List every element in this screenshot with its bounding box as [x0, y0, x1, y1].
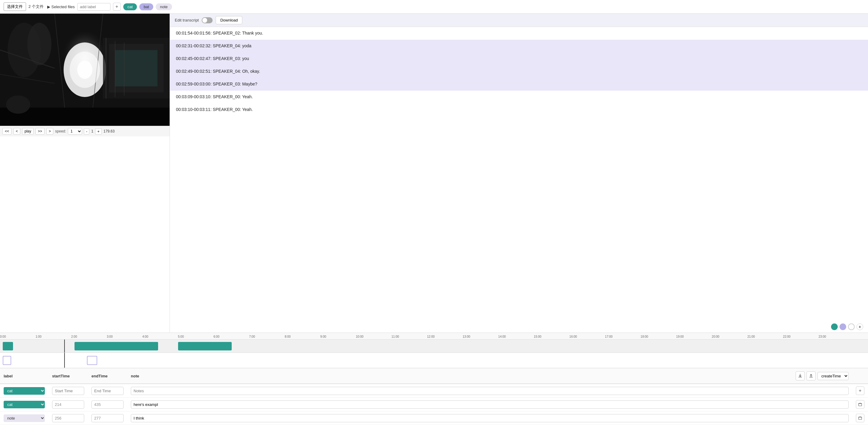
tag-cat[interactable]: cat	[123, 3, 137, 10]
top-bar: 选择文件 2 个文件 ▶ Selected files + cat bat no…	[0, 0, 868, 13]
ruler-label-15: 15:00	[534, 335, 541, 338]
timeline-track-2[interactable]	[0, 353, 868, 368]
delete-row-button-2[interactable]	[856, 414, 864, 422]
label-select-2[interactable]: cat bat note	[4, 415, 45, 422]
note-input-2[interactable]	[131, 414, 848, 422]
td-start-2	[49, 412, 88, 425]
transcript-panel: Edit transcript Download 00:01:54-00:01:…	[169, 13, 868, 333]
timeline-segment-2[interactable]	[74, 342, 158, 350]
th-label: label	[0, 368, 49, 384]
add-row-button[interactable]: +	[856, 387, 864, 395]
start-time-input-2[interactable]	[52, 414, 84, 422]
td-action-empty: +	[852, 384, 868, 398]
ruler-label-12: 12:00	[427, 335, 435, 338]
annotation-section: label startTime endTime note	[0, 368, 868, 425]
note-col-label: note	[131, 374, 139, 378]
left-column: << < play >> > speed: 1 1.5 2 0.5 - 1 + …	[0, 13, 169, 333]
video-scene	[0, 13, 169, 126]
ruler-label-9: 9:00	[320, 335, 326, 338]
ruler-label-0: 0:00	[0, 335, 6, 338]
color-dot-white[interactable]	[848, 323, 855, 330]
tag-bat[interactable]: bat	[139, 3, 153, 10]
end-time-input-1[interactable]	[91, 400, 124, 408]
play-button[interactable]: play	[22, 128, 34, 135]
sort-select[interactable]: createTime startTime endTime	[817, 372, 848, 380]
ruler-label-21: 21:00	[747, 335, 755, 338]
svg-rect-21	[859, 417, 862, 420]
timeline-segment-1[interactable]	[3, 342, 13, 350]
color-dot-lavender[interactable]	[840, 323, 846, 330]
skip-back-button[interactable]: <<	[2, 128, 11, 135]
timeline-track-1[interactable]	[0, 340, 868, 353]
transcript-item[interactable]: 00:02:45-00:02:47: SPEAKER_03: you	[170, 52, 868, 65]
ruler-label-13: 13:00	[463, 335, 470, 338]
ruler-label-8: 8:00	[285, 335, 290, 338]
ruler-label-19: 19:00	[676, 335, 684, 338]
video-container[interactable]	[0, 13, 169, 126]
td-end-2	[88, 412, 127, 425]
svg-rect-20	[859, 403, 862, 406]
label-select-1[interactable]: cat bat note	[4, 401, 45, 408]
timeline-segment2-1[interactable]	[3, 356, 11, 365]
transcript-item[interactable]: 00:02:59-00:03:00: SPEAKER_03: Maybe?	[170, 78, 868, 91]
middle-section: << < play >> > speed: 1 1.5 2 0.5 - 1 + …	[0, 13, 868, 333]
upload-csv-button[interactable]	[807, 371, 816, 380]
skip-forward-button[interactable]: >>	[35, 128, 44, 135]
end-time-input-empty[interactable]	[91, 387, 124, 395]
edit-transcript-label: Edit transcript	[175, 18, 199, 23]
ruler-label-16: 16:00	[569, 335, 577, 338]
label-select-empty[interactable]: cat bat note	[4, 387, 45, 395]
download-csv-button[interactable]	[796, 371, 805, 380]
timeline-ruler[interactable]: 0:00 1:00 2:00 3:00 4:00 5:00 6:00 7:00 …	[0, 333, 868, 340]
td-action-1	[852, 398, 868, 412]
transcript-item[interactable]: 00:03:09-00:03:10: SPEAKER_00: Yeah.	[170, 91, 868, 103]
ruler-label-18: 18:00	[641, 335, 648, 338]
td-note-empty	[127, 384, 852, 398]
position-value: 179.63	[103, 129, 115, 133]
color-dot-teal[interactable]	[831, 323, 838, 330]
transcript-item[interactable]: 00:02:49-00:02:51: SPEAKER_04: Oh, okay.	[170, 65, 868, 78]
transcript-item[interactable]: 00:02:31-00:02:32: SPEAKER_04: yoda	[170, 40, 868, 52]
note-input-1[interactable]	[131, 400, 848, 408]
tag-note[interactable]: note	[156, 3, 172, 10]
th-note-actions: note createTime startTim	[131, 371, 848, 380]
plus-control-button[interactable]: +	[95, 128, 102, 135]
minus-button[interactable]: -	[84, 128, 89, 135]
transcript-item[interactable]: 00:03:10-00:03:11: SPEAKER_00: Yeah.	[170, 103, 868, 116]
timeline-segment2-2[interactable]	[87, 356, 97, 365]
transcript-toolbar: Edit transcript Download	[170, 13, 868, 27]
th-start-time: startTime	[49, 368, 88, 384]
svg-point-19	[6, 95, 30, 114]
edit-transcript-toggle[interactable]	[202, 17, 213, 23]
trash-icon	[858, 416, 862, 420]
ruler-label-4: 4:00	[142, 335, 148, 338]
td-label-2: cat bat note	[0, 412, 49, 425]
choose-file-button[interactable]: 选择文件	[4, 2, 26, 11]
add-color-button[interactable]: +	[857, 323, 863, 330]
table-row: cat bat note	[0, 412, 868, 425]
ruler-label-22: 22:00	[783, 335, 790, 338]
start-time-input-1[interactable]	[52, 400, 84, 408]
end-time-input-2[interactable]	[91, 414, 124, 422]
transcript-item[interactable]: 00:01:54-00:01:56: SPEAKER_02: Thank you…	[170, 27, 868, 40]
ruler-label-7: 7:00	[249, 335, 255, 338]
prev-button[interactable]: <	[13, 128, 20, 135]
delete-row-button-1[interactable]	[856, 400, 864, 408]
speed-select[interactable]: 1 1.5 2 0.5	[68, 128, 82, 135]
timeline-playhead-2	[64, 353, 65, 368]
note-input-empty[interactable]	[131, 387, 848, 395]
selected-files-label: ▶ Selected files	[47, 4, 75, 9]
ruler-label-11: 11:00	[392, 335, 399, 338]
ruler-label-3: 3:00	[107, 335, 113, 338]
bottom-section: 0:00 1:00 2:00 3:00 4:00 5:00 6:00 7:00 …	[0, 333, 868, 425]
upload-icon	[809, 374, 813, 378]
download-button[interactable]: Download	[216, 16, 242, 24]
start-time-input-empty[interactable]	[52, 387, 84, 395]
add-label-plus-button[interactable]: +	[113, 3, 121, 10]
timeline-segment-3[interactable]	[178, 342, 232, 350]
add-label-input[interactable]	[77, 3, 111, 10]
trash-icon	[858, 402, 862, 406]
right-column: Edit transcript Download 00:01:54-00:01:…	[169, 13, 868, 333]
next-button[interactable]: >	[46, 128, 53, 135]
ruler-label-17: 17:00	[605, 335, 613, 338]
